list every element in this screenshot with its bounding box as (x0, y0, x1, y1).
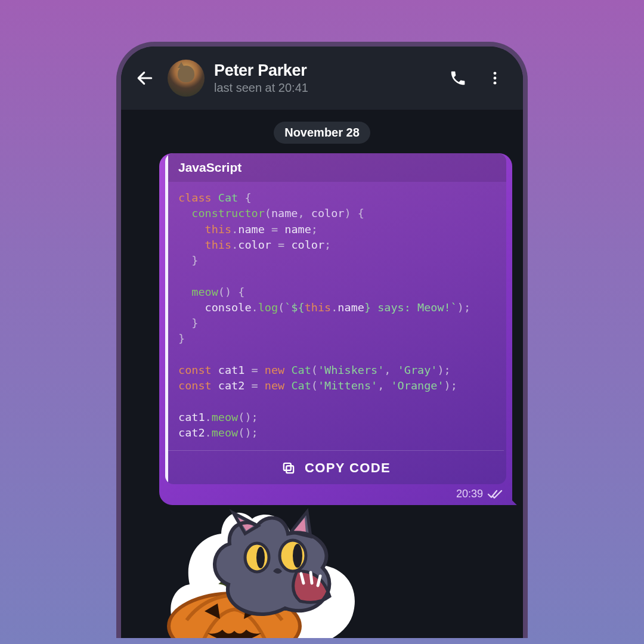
phone-frame: Peter Parker last seen at 20:41 November… (116, 42, 528, 638)
sticker-message[interactable] (151, 501, 377, 638)
copy-code-button[interactable]: COPY CODE (168, 450, 504, 484)
back-button[interactable] (132, 65, 158, 91)
copy-code-label: COPY CODE (305, 460, 391, 476)
contact-status: last seen at 20:41 (214, 81, 435, 95)
call-button[interactable] (444, 64, 472, 92)
svg-rect-5 (284, 463, 291, 470)
chat-body[interactable]: November 28 JavaScript class Cat { const… (121, 110, 523, 638)
svg-point-2 (494, 77, 497, 80)
svg-rect-4 (286, 466, 293, 473)
svg-point-11 (293, 544, 302, 568)
code-content: class Cat { constructor(name, color) { t… (165, 182, 506, 450)
contact-info[interactable]: Peter Parker last seen at 20:41 (214, 61, 435, 95)
read-status (487, 489, 503, 500)
chat-header: Peter Parker last seen at 20:41 (121, 47, 523, 110)
back-arrow-icon (135, 69, 154, 88)
svg-point-1 (494, 72, 497, 75)
phone-icon (449, 69, 467, 87)
svg-point-9 (256, 547, 265, 568)
svg-point-3 (494, 82, 497, 85)
more-menu-button[interactable] (481, 64, 509, 92)
code-block: JavaScript class Cat { constructor(name,… (165, 153, 506, 484)
cat-pumpkin-sticker (151, 501, 377, 638)
copy-icon (281, 460, 296, 476)
date-separator: November 28 (274, 122, 370, 144)
code-language-label: JavaScript (165, 153, 506, 182)
contact-name: Peter Parker (214, 61, 435, 80)
contact-avatar[interactable] (168, 60, 205, 97)
double-check-icon (487, 489, 503, 500)
message-time: 20:39 (456, 488, 483, 500)
more-vertical-icon (487, 70, 503, 86)
message-meta: 20:39 (159, 484, 512, 501)
outgoing-message[interactable]: JavaScript class Cat { constructor(name,… (159, 153, 512, 505)
